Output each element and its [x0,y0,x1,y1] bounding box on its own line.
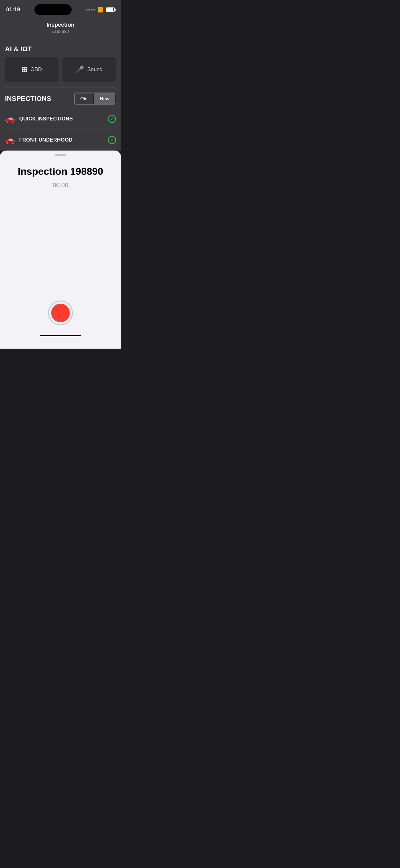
status-icons: 📶 [86,7,115,13]
battery-icon [106,7,115,12]
check-icon-quick: ✓ [108,115,116,123]
obd-icon: ⊞ [22,65,27,73]
toggle-old-button[interactable]: Old [74,93,94,104]
sheet-title: Inspection 198890 [7,166,113,177]
ai-iot-cards: ⊞ OBD 🎤 Sound [5,57,116,87]
inspections-header: INSPECTIONS Old New [5,88,116,108]
nav-header: Inspection #198890 [0,17,121,40]
quick-inspections-label: QUICK INSPECTIONS [19,116,104,122]
ai-iot-title: AI & IOT [5,40,116,57]
sound-card[interactable]: 🎤 Sound [62,57,116,82]
bottom-sheet: Inspection 198890 00.00 [0,151,121,349]
nav-title: Inspection [6,22,115,28]
main-screen: Inspection #198890 AI & IOT ⊞ OBD 🎤 Soun… [0,17,121,151]
nav-subtitle: #198890 [6,29,115,34]
check-icon-front: ✓ [108,136,116,144]
toggle-new-button[interactable]: New [94,93,116,104]
ai-iot-section: AI & IOT ⊞ OBD 🎤 Sound [0,40,121,87]
signal-icon [86,9,95,10]
sheet-timer: 00.00 [7,182,113,189]
toggle-group: Old New [74,93,116,104]
inspection-row-front[interactable]: 🚗 FRONT UNDERHOOD ✓ [5,129,116,151]
microphone-icon: 🎤 [76,65,84,73]
status-time: 01:19 [6,6,20,13]
car-icon-front: 🚗 [5,135,15,145]
dynamic-island [34,4,72,15]
record-button-container [7,294,113,335]
sheet-content-area [7,207,113,294]
home-indicator [40,335,81,336]
inspection-row-quick[interactable]: 🚗 QUICK INSPECTIONS ✓ [5,108,116,129]
record-button-inner [51,304,70,322]
obd-label: OBD [30,66,42,73]
inspections-section: INSPECTIONS Old New 🚗 QUICK INSPECTIONS … [0,88,121,151]
sheet-handle [55,154,66,156]
inspections-title: INSPECTIONS [5,95,51,103]
front-underhood-label: FRONT UNDERHOOD [19,137,104,143]
status-bar: 01:19 📶 [0,0,121,17]
wifi-icon: 📶 [97,7,104,13]
obd-card[interactable]: ⊞ OBD [5,57,59,82]
car-icon-quick: 🚗 [5,114,15,124]
sound-label: Sound [87,66,102,73]
record-button[interactable] [48,301,73,326]
